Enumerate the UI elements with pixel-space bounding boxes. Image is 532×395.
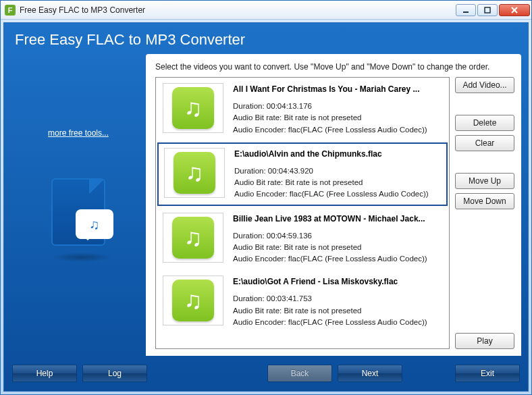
app-title: Free Easy FLAC to MP3 Converter [15,31,521,49]
panel-row: ♫All I Want For Christmas Is You - Maria… [155,77,514,349]
music-file-icon: ♫ [172,87,214,129]
item-duration: Duration: 00:04:59.136 [233,230,442,242]
svg-rect-3 [485,7,490,13]
item-encoder: Audio Encoder: flac(FLAC (Free Lossless … [234,188,441,200]
close-button[interactable] [499,4,530,16]
list-item[interactable]: ♫E:\audio\Alvin and the Chipmunks.flacDu… [157,142,448,206]
app-icon: F [5,5,16,16]
body: Free Easy FLAC to MP3 Converter more fre… [3,22,529,392]
item-text: E:\audio\Got A Friend - Lisa Miskovsky.f… [233,275,442,328]
titlebar: F Free Easy FLAC to MP3 Converter [1,1,531,20]
move-up-button[interactable]: Move Up [455,173,514,189]
window-buttons [456,4,530,16]
delete-button[interactable]: Delete [455,115,514,131]
main-panel: Select the videos you want to convert. U… [146,54,521,356]
help-button[interactable]: Help [12,365,77,382]
music-note-icon: ♫ [90,217,100,232]
item-text: E:\audio\Alvin and the Chipmunks.flacDur… [234,148,441,201]
instruction-text: Select the videos you want to convert. U… [155,62,514,72]
item-encoder: Audio Encoder: flac(FLAC (Free Lossless … [233,253,442,265]
side-button-column: Add Video... Delete Clear Move Up Move D… [455,77,514,349]
item-thumbnail: ♫ [163,83,223,133]
music-note-icon: ♫ [184,226,203,250]
log-button[interactable]: Log [82,365,147,382]
list-item[interactable]: ♫Billie Jean Live 1983 at MOTOWN - Micha… [156,207,449,271]
item-duration: Duration: 00:04:43.920 [234,165,441,177]
video-list[interactable]: ♫All I Want For Christmas Is You - Maria… [155,77,450,349]
music-note-icon: ♫ [186,161,204,185]
more-tools-link[interactable]: more free tools... [48,128,109,138]
item-thumbnail: ♫ [163,213,223,263]
shadow [51,253,112,262]
item-encoder: Audio Encoder: flac(FLAC (Free Lossless … [233,317,442,328]
item-title: E:\audio\Alvin and the Chipmunks.flac [234,149,441,159]
item-bitrate: Audio Bit rate: Bit rate is not preseted [233,242,442,253]
music-note-icon: ♫ [184,288,203,313]
exit-button[interactable]: Exit [455,365,520,382]
item-thumbnail: ♫ [164,148,225,198]
music-file-icon: ♫ [172,280,214,321]
item-title: All I Want For Christmas Is You - Mariah… [233,84,442,94]
minimize-button[interactable] [456,4,476,16]
item-bitrate: Audio Bit rate: Bit rate is not preseted [233,112,442,124]
content-row: more free tools... ♫ Select the videos y… [11,54,521,356]
item-thumbnail: ♫ [163,275,223,325]
item-duration: Duration: 00:03:41.753 [233,293,442,305]
music-file-icon: ♫ [172,217,214,259]
sidebar: more free tools... ♫ [11,54,146,356]
clear-button[interactable]: Clear [455,135,514,151]
back-button[interactable]: Back [267,365,332,382]
music-file-icon: ♫ [174,152,215,194]
window-title: Free Easy FLAC to MP3 Converter [20,5,456,15]
item-text: Billie Jean Live 1983 at MOTOWN - Michae… [233,213,442,265]
next-button[interactable]: Next [338,365,402,382]
speech-bubble-icon: ♫ [76,209,113,239]
music-note-icon: ♫ [184,96,203,120]
item-duration: Duration: 00:04:13.176 [233,101,442,112]
maximize-button[interactable] [477,4,498,16]
bottom-bar: Help Log Back Next Exit [11,360,521,387]
play-button[interactable]: Play [455,333,514,349]
app-window: F Free Easy FLAC to MP3 Converter Free E… [0,0,532,395]
list-item[interactable]: ♫All I Want For Christmas Is You - Maria… [156,78,449,141]
list-item[interactable]: ♫E:\audio\Got A Friend - Lisa Miskovsky.… [156,270,449,334]
item-title: Billie Jean Live 1983 at MOTOWN - Michae… [233,214,442,223]
side-illustration: ♫ [31,165,126,259]
item-encoder: Audio Encoder: flac(FLAC (Free Lossless … [233,124,442,136]
move-down-button[interactable]: Move Down [455,193,514,209]
add-video-button[interactable]: Add Video... [455,77,514,93]
item-bitrate: Audio Bit rate: Bit rate is not preseted [234,177,441,188]
svg-text:F: F [8,6,13,14]
item-title: E:\audio\Got A Friend - Lisa Miskovsky.f… [233,277,442,286]
item-text: All I Want For Christmas Is You - Mariah… [233,83,442,136]
item-bitrate: Audio Bit rate: Bit rate is not preseted [233,305,442,317]
